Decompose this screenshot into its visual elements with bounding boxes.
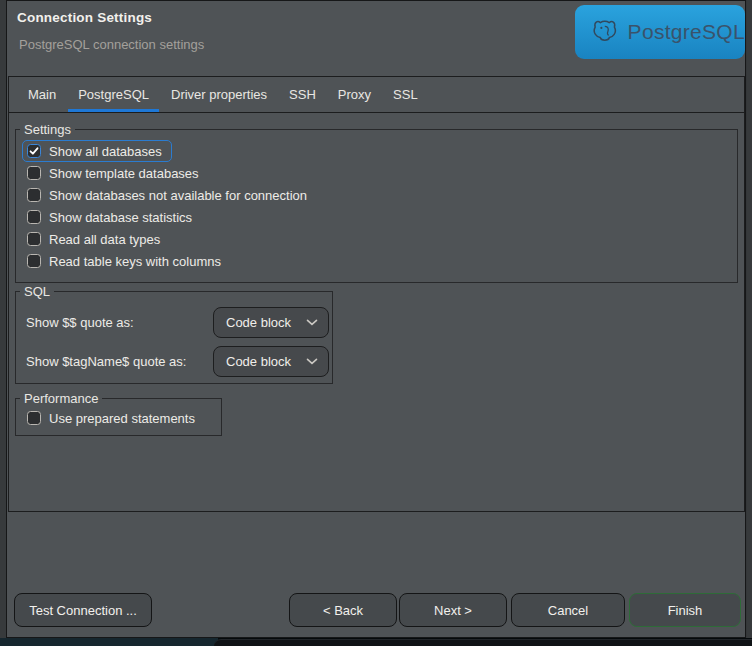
next-button[interactable]: Next > [399,593,507,627]
checkbox-box[interactable] [27,411,41,425]
finish-button[interactable]: Finish [629,593,741,627]
sql-row-tagname-quote: Show $tagName$ quote as: Code block [26,346,326,377]
checkbox-show-database-statistics[interactable]: Show database statistics [22,206,202,228]
checkbox-box[interactable] [27,188,41,202]
checkbox-show-all-databases[interactable]: Show all databases [22,140,172,162]
tab-label: Proxy [338,87,371,102]
checkbox-read-all-data-types[interactable]: Read all data types [22,228,170,250]
tab-driver-properties[interactable]: Driver properties [160,77,278,112]
tab-ssh[interactable]: SSH [278,77,327,112]
dropdown-value: Code block [226,354,291,369]
checkbox-label: Show template databases [49,166,199,181]
settings-group-title: Settings [20,121,75,138]
settings-group: Settings Show all databases Show templat… [15,129,738,283]
checkbox-label: Read table keys with columns [49,254,221,269]
cancel-button[interactable]: Cancel [511,593,625,627]
back-button[interactable]: < Back [289,593,397,627]
performance-group-title: Performance [20,390,102,407]
sql-group-title: SQL [20,283,54,300]
dropdown-label: Show $tagName$ quote as: [26,346,186,377]
dropdown-label: Show $$ quote as: [26,307,134,338]
checkbox-box[interactable] [27,210,41,224]
chevron-down-icon [306,358,318,365]
right-edge-strip [747,0,752,638]
tab-bar: Main PostgreSQL Driver properties SSH Pr… [9,77,744,113]
postgresql-elephant-icon [591,13,619,51]
checkbox-read-table-keys[interactable]: Read table keys with columns [22,250,231,272]
checkbox-label: Show databases not available for connect… [49,188,307,203]
checkbox-show-template-databases[interactable]: Show template databases [22,162,209,184]
tab-main[interactable]: Main [17,77,67,112]
background-window-strip [0,638,752,646]
background-window-corner [214,639,752,646]
page-subtitle: PostgreSQL connection settings [19,37,204,52]
sql-group: SQL Show $$ quote as: Code block Show $t… [15,291,333,384]
postgresql-brand-text: PostgreSQL [628,20,745,44]
checkbox-label: Read all data types [49,232,160,247]
tab-label: SSH [289,87,316,102]
performance-options: Use prepared statements [22,407,217,429]
tab-label: Driver properties [171,87,267,102]
checkbox-box[interactable] [27,166,41,180]
checkbox-label: Use prepared statements [49,411,195,426]
checkbox-label: Show all databases [49,144,162,159]
checkbox-use-prepared-statements[interactable]: Use prepared statements [22,407,205,429]
chevron-down-icon [306,319,318,326]
dollar-quote-dropdown[interactable]: Code block [213,307,329,338]
test-connection-button[interactable]: Test Connection ... [14,593,152,627]
tab-label: Main [28,87,56,102]
checkmark-icon [28,145,40,157]
page-title: Connection Settings [17,10,152,25]
performance-group: Performance Use prepared statements [15,398,222,436]
sql-row-dollar-quote: Show $$ quote as: Code block [26,307,326,338]
connection-settings-dialog: Connection Settings PostgreSQL connectio… [6,0,746,638]
tab-container: Main PostgreSQL Driver properties SSH Pr… [8,76,745,512]
settings-options: Show all databases Show template databas… [22,140,733,272]
background-terminal-edge [0,638,218,646]
tagname-quote-dropdown[interactable]: Code block [213,346,329,377]
postgresql-banner: PostgreSQL [575,5,745,59]
checkbox-box[interactable] [27,232,41,246]
tab-ssl[interactable]: SSL [382,77,429,112]
checkbox-show-databases-not-available[interactable]: Show databases not available for connect… [22,184,317,206]
tab-label: PostgreSQL [78,87,149,102]
tab-proxy[interactable]: Proxy [327,77,382,112]
dropdown-value: Code block [226,315,291,330]
checkbox-box[interactable] [27,144,41,158]
tab-label: SSL [393,87,418,102]
tab-postgresql[interactable]: PostgreSQL [67,77,160,112]
checkbox-label: Show database statistics [49,210,192,225]
screen: Connection Settings PostgreSQL connectio… [0,0,752,646]
checkbox-box[interactable] [27,254,41,268]
